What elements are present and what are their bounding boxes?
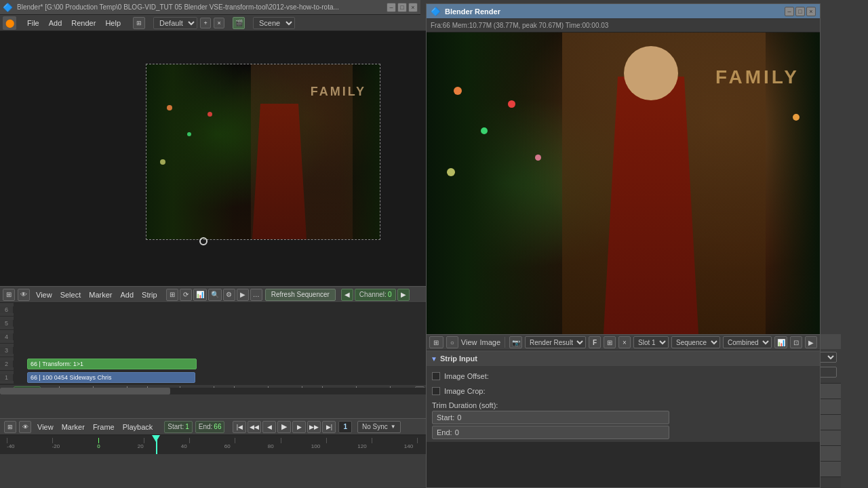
render-tb-icon-btn[interactable]: ⊞	[429, 336, 443, 348]
remove-layout-btn[interactable]: ×	[214, 18, 224, 28]
transform-strip[interactable]: 66 | Transform: 1>1	[27, 359, 197, 369]
end-field[interactable]: End: 66	[195, 421, 225, 433]
timeline-view-btn[interactable]: ⊞	[3, 289, 15, 301]
graph-btn[interactable]: 📊	[193, 289, 207, 301]
render-tb-x-btn[interactable]: ×	[618, 336, 631, 348]
jump-end-btn[interactable]: ▶|	[322, 421, 336, 433]
main-viewport: FAMILY	[0, 31, 426, 302]
minimize-btn[interactable]: –	[387, 3, 396, 12]
filter-btn[interactable]: 🔍	[208, 289, 222, 301]
pb-view[interactable]: View	[34, 422, 57, 432]
pb-frame[interactable]: Frame	[90, 422, 118, 432]
render-image-label[interactable]: Image	[480, 338, 501, 346]
channel-1-track[interactable]: 66 | 100 0454 Sideways Chris	[14, 371, 426, 384]
seq-menu-view[interactable]: View	[33, 290, 56, 300]
slot-select[interactable]: Slot 1	[633, 336, 669, 348]
combined-select[interactable]: Combined	[723, 336, 772, 348]
menu-render[interactable]: Render	[67, 18, 100, 28]
render-tb-scope-btn[interactable]: ⊡	[790, 336, 802, 348]
snap-btn[interactable]: ⊞	[166, 289, 178, 301]
sync-btn[interactable]: ⟳	[180, 289, 192, 301]
scene-select[interactable]: Scene	[253, 17, 295, 29]
seq-menu-select[interactable]: Select	[57, 290, 85, 300]
render-result-select[interactable]: Render Result	[525, 336, 586, 348]
channel-3-track[interactable]	[14, 344, 426, 357]
current-frame-input[interactable]: 1	[338, 421, 352, 433]
refresh-sequencer-btn[interactable]: Refresh Sequencer	[265, 289, 336, 301]
render-tb-hist-btn[interactable]: 📊	[774, 336, 787, 348]
render-tb-circle-btn[interactable]: ○	[446, 336, 458, 348]
render-boy-figure	[604, 77, 698, 334]
viewport-background: FAMILY	[0, 31, 426, 302]
render-strip-btn[interactable]: ▶	[237, 289, 249, 301]
logo-icon: ⬤	[5, 18, 14, 28]
extra-btn[interactable]: …	[250, 289, 262, 301]
menu-help[interactable]: Help	[101, 18, 125, 28]
play-btn[interactable]: ▶	[277, 421, 291, 433]
render-tb-cam-btn[interactable]: 📷	[509, 336, 522, 348]
strip-input-header: ▼ Strip Input	[427, 351, 820, 366]
layout-select[interactable]: Default	[153, 17, 197, 29]
pb-marker[interactable]: Marker	[58, 422, 88, 432]
sync-mode-select[interactable]: No Sync ▼	[357, 421, 401, 433]
render-boy-head	[624, 46, 678, 100]
image-crop-row: Image Crop:	[432, 384, 814, 399]
channel-6-track[interactable]	[14, 303, 426, 316]
pb-playback[interactable]: Playback	[119, 422, 157, 432]
timeline-eye-btn[interactable]: 👁	[18, 289, 30, 301]
render-view-label[interactable]: View	[461, 338, 477, 346]
timeline-scrollbar[interactable]	[0, 388, 426, 394]
channel-display: Channel: 0	[355, 289, 397, 301]
settings-btn[interactable]: ⚙	[223, 289, 235, 301]
menu-add[interactable]: Add	[45, 18, 66, 28]
close-btn[interactable]: ×	[408, 3, 418, 12]
add-layout-btn[interactable]: +	[200, 18, 211, 28]
next-frame-btn[interactable]: ▶▶	[307, 421, 321, 433]
seq-menu-strip[interactable]: Strip	[138, 290, 161, 300]
render-tb-f-btn[interactable]: F	[589, 336, 601, 348]
trim-start-field[interactable]: Start: 0	[432, 411, 669, 424]
render-maximize-btn[interactable]: □	[795, 7, 805, 16]
render-tb-extra-btn[interactable]: ▶	[805, 336, 817, 348]
tick-0	[98, 438, 99, 443]
channel-5-track[interactable]	[14, 317, 426, 329]
channel-6-label: 6	[0, 306, 14, 313]
boy-figure	[252, 104, 307, 239]
video-strip[interactable]: 66 | 100 0454 Sideways Chris	[27, 372, 195, 383]
image-crop-checkbox[interactable]	[432, 387, 440, 395]
channel-4-track[interactable]	[14, 330, 426, 343]
render-minimize-btn[interactable]: –	[785, 7, 794, 16]
channel-prev-btn[interactable]: ◀	[341, 289, 353, 301]
render-btn[interactable]: 🎬	[233, 17, 245, 29]
channel-next-btn[interactable]: ▶	[397, 289, 410, 301]
video-strip-label: 66 | 100 0454 Sideways Chris	[31, 374, 111, 381]
timeline-settings-btn[interactable]: ⊞	[4, 421, 16, 433]
render-tb-view-btn[interactable]: ⊞	[604, 336, 616, 348]
render-tree-left	[427, 33, 562, 334]
start-value: 1	[185, 423, 189, 430]
prev-frame-btn[interactable]: ◀◀	[248, 421, 261, 433]
timeline-toolbar: ⊞ 👁 View Select Marker Add Strip ⊞ ⟳ 📊 🔍…	[0, 287, 426, 303]
seq-menu-add[interactable]: Add	[117, 290, 137, 300]
workspace-icon[interactable]: ⊞	[133, 17, 145, 29]
family-text-viewport: FAMILY	[311, 85, 366, 99]
timeline-scroll-thumb[interactable]	[0, 388, 170, 394]
channel-label: Channel:	[359, 291, 387, 298]
start-field[interactable]: Start: 1	[164, 421, 192, 433]
channel-2-track[interactable]: 66 | Transform: 1>1	[14, 357, 426, 370]
timeline-eye-btn[interactable]: 👁	[19, 421, 31, 433]
render-info-text: Fra:66 Mem:10.77M (38.77M, peak 70.67M) …	[431, 22, 608, 29]
seq-menu-marker[interactable]: Marker	[85, 290, 115, 300]
menu-file[interactable]: File	[23, 18, 43, 28]
image-offset-label: Image Offset:	[444, 372, 505, 380]
prev-keyframe-btn[interactable]: ◀	[262, 421, 276, 433]
blender-logo[interactable]: ⬤	[3, 16, 16, 30]
render-close-btn[interactable]: ×	[806, 7, 816, 16]
jump-start-btn[interactable]: |◀	[233, 421, 246, 433]
next-keyframe-btn[interactable]: ▶	[292, 421, 306, 433]
image-offset-checkbox[interactable]	[432, 372, 440, 380]
trim-end-field[interactable]: End: 0	[432, 426, 669, 439]
maximize-btn[interactable]: □	[397, 3, 407, 12]
sequence-select[interactable]: Sequence	[671, 336, 720, 348]
tick	[7, 438, 7, 443]
